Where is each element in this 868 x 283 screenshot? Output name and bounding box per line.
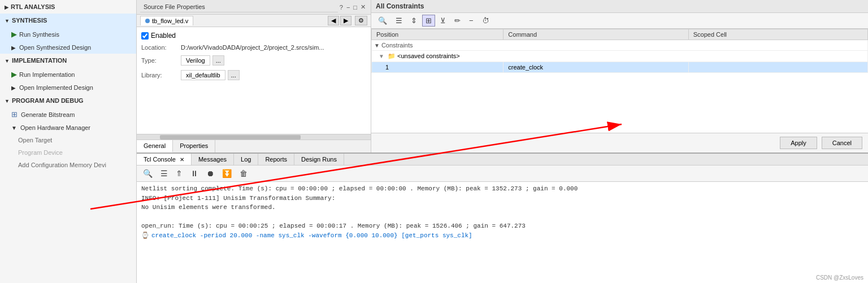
- sidebar-item-open-synthesized-design[interactable]: ▶ Open Synthesized Design: [0, 41, 136, 54]
- source-panel-question-btn[interactable]: ?: [338, 3, 345, 11]
- sidebar-synthesis-label: SYNTHESIS: [12, 17, 47, 24]
- console-align-btn[interactable]: ☰: [158, 167, 171, 180]
- constraints-align-left-btn[interactable]: ☰: [392, 15, 406, 27]
- constraints-edit-btn[interactable]: ✏: [451, 15, 464, 27]
- sidebar-item-run-synthesis[interactable]: ▶ Run Synthesis: [0, 27, 136, 41]
- enabled-checkbox-row: Enabled: [141, 32, 366, 40]
- constraints-center-btn[interactable]: ⇕: [407, 15, 420, 27]
- constraints-minus-btn[interactable]: −: [466, 15, 477, 27]
- panel-nav-back-btn[interactable]: ◀: [328, 16, 339, 25]
- sidebar-program-debug-label: PROGRAM AND DEBUG: [12, 97, 84, 104]
- sidebar-add-config-memory-label: Add Configuration Memory Devi: [18, 162, 106, 168]
- sidebar-section-rtl-analysis[interactable]: RTL ANALYSIS: [0, 0, 136, 14]
- tcl-console-close-icon[interactable]: ✕: [180, 156, 184, 163]
- sidebar-item-generate-bitstream[interactable]: ⊞ Generate Bitstream: [0, 107, 136, 121]
- tab-properties[interactable]: Properties: [173, 140, 215, 153]
- main-content: Source File Properties ? − □ ✕ tb_flow_l…: [137, 0, 868, 283]
- tab-messages[interactable]: Messages: [192, 154, 234, 165]
- console-search-btn[interactable]: 🔍: [140, 167, 155, 180]
- messages-tab-label: Messages: [198, 156, 227, 163]
- source-filename: tb_flow_led.v: [152, 18, 188, 24]
- constraint-scoped-cell: [688, 62, 867, 73]
- source-panel-minimize-btn[interactable]: −: [345, 3, 351, 11]
- top-panels: Source File Properties ? − □ ✕ tb_flow_l…: [137, 0, 868, 153]
- sidebar-run-synthesis-label: Run Synthesis: [19, 31, 59, 38]
- enabled-checkbox[interactable]: [141, 32, 149, 40]
- source-panel-restore-btn[interactable]: □: [351, 3, 359, 11]
- library-row: Library: xil_defaultlib ...: [141, 70, 366, 80]
- folder-icon: 📁: [388, 53, 396, 59]
- constraints-clock-btn[interactable]: ⏱: [479, 15, 493, 27]
- tab-reports[interactable]: Reports: [258, 154, 294, 165]
- expand-constraints-icon: ▼: [374, 42, 380, 49]
- panel-settings-btn[interactable]: ⚙: [355, 16, 367, 25]
- sidebar: RTL ANALYSIS SYNTHESIS ▶ Run Synthesis ▶…: [0, 0, 137, 283]
- sidebar-synthesis-header[interactable]: SYNTHESIS: [0, 14, 136, 27]
- type-value: Verilog: [181, 55, 210, 66]
- expand-synthesis-icon: ▶: [11, 45, 16, 51]
- sidebar-item-add-config-memory[interactable]: Add Configuration Memory Devi: [0, 159, 136, 171]
- constraint-row-1[interactable]: 1 create_clock: [372, 62, 868, 73]
- sidebar-program-debug-header[interactable]: PROGRAM AND DEBUG: [0, 94, 136, 107]
- sidebar-item-open-target[interactable]: Open Target: [0, 134, 136, 146]
- constraints-group: ▼ Constraints: [374, 42, 865, 49]
- col-position: Position: [372, 29, 504, 40]
- sidebar-open-impl-label: Open Implemented Design: [19, 84, 93, 91]
- cancel-button[interactable]: Cancel: [822, 137, 862, 149]
- location-value: D:/work/VivadoDADA/project_2/project_2.s…: [181, 44, 366, 51]
- source-file-tab[interactable]: tb_flow_led.v: [140, 16, 193, 25]
- console-trash-btn[interactable]: 🗑: [237, 167, 250, 180]
- sidebar-program-device-label: Program Device: [18, 149, 63, 156]
- expand-impl-icon: ▶: [11, 85, 16, 91]
- constraints-search-btn[interactable]: 🔍: [375, 15, 390, 27]
- sidebar-implementation-label: IMPLEMENTATION: [12, 57, 67, 64]
- sidebar-item-open-hardware-manager[interactable]: ▼ Open Hardware Manager: [0, 121, 136, 134]
- tab-design-runs[interactable]: Design Runs: [294, 154, 344, 165]
- console-tabs: Tcl Console ✕ Messages Log Reports Desig…: [137, 154, 868, 166]
- constraints-group-label: Constraints: [381, 42, 413, 49]
- source-panel-titlebar: Source File Properties ? − □ ✕: [137, 0, 371, 15]
- library-dots-btn[interactable]: ...: [228, 70, 240, 80]
- constraints-toolbar: 🔍 ☰ ⇕ ⊞ ⊻ ✏ − ⏱: [371, 13, 868, 29]
- tab-general[interactable]: General: [137, 140, 173, 153]
- library-input-group: xil_defaultlib ...: [181, 70, 240, 80]
- tab-log[interactable]: Log: [234, 154, 258, 165]
- chevron-right-icon: [5, 3, 8, 10]
- sidebar-item-run-implementation[interactable]: ▶ Run Implementation: [0, 67, 136, 81]
- sidebar-run-impl-label: Run Implementation: [19, 71, 75, 78]
- constraints-grid-btn[interactable]: ⊞: [422, 15, 435, 27]
- console-up-btn[interactable]: ⇑: [173, 167, 185, 180]
- source-panel-close-btn[interactable]: ✕: [359, 3, 367, 11]
- play-impl-icon: ▶: [11, 70, 17, 79]
- bitstream-icon: ⊞: [11, 110, 18, 119]
- sidebar-open-target-label: Open Target: [18, 137, 52, 143]
- sidebar-section-synthesis: SYNTHESIS ▶ Run Synthesis ▶ Open Synthes…: [0, 14, 136, 54]
- sidebar-item-open-implemented-design[interactable]: ▶ Open Implemented Design: [0, 81, 136, 94]
- unsaved-constraints-label: <unsaved constraints>: [397, 53, 460, 59]
- panel-nav-forward-btn[interactable]: ▶: [340, 16, 351, 25]
- sidebar-generate-bitstream-label: Generate Bitstream: [21, 111, 75, 118]
- location-row: Location: D:/work/VivadoDADA/project_2/p…: [141, 44, 366, 51]
- console-output[interactable]: Netlist sorting complete. Time (s): cpu …: [137, 182, 868, 283]
- expand-unsaved-icon: ▼: [379, 53, 384, 59]
- unsaved-constraints-row: ▼ 📁 <unsaved constraints>: [372, 51, 868, 62]
- tab-tcl-console[interactable]: Tcl Console ✕: [137, 154, 192, 165]
- cmd-prompt-icon: ⌚: [141, 232, 149, 239]
- type-input-group: Verilog ...: [181, 55, 224, 66]
- type-dots-btn[interactable]: ...: [212, 55, 224, 66]
- constraints-header: All Constraints: [371, 0, 868, 13]
- apply-button[interactable]: Apply: [780, 137, 817, 149]
- console-record-btn[interactable]: ⏺: [203, 167, 217, 180]
- chevron-down-prog-icon: [5, 97, 10, 104]
- console-tobottom-btn[interactable]: ⏬: [219, 167, 235, 180]
- constraints-filter-btn[interactable]: ⊻: [437, 15, 449, 27]
- constraint-command: create_clock: [504, 62, 688, 73]
- source-panel-title: Source File Properties: [140, 2, 338, 12]
- sidebar-section-rtl-label: RTL ANALYSIS: [11, 3, 55, 10]
- sidebar-implementation-header[interactable]: IMPLEMENTATION: [0, 54, 136, 67]
- tcl-console-tab-label: Tcl Console: [144, 156, 176, 163]
- bottom-panel: Tcl Console ✕ Messages Log Reports Desig…: [137, 153, 868, 283]
- horizontal-scrollbar[interactable]: [137, 134, 371, 140]
- location-label: Location:: [141, 44, 181, 51]
- console-pause-btn[interactable]: ⏸: [188, 167, 201, 180]
